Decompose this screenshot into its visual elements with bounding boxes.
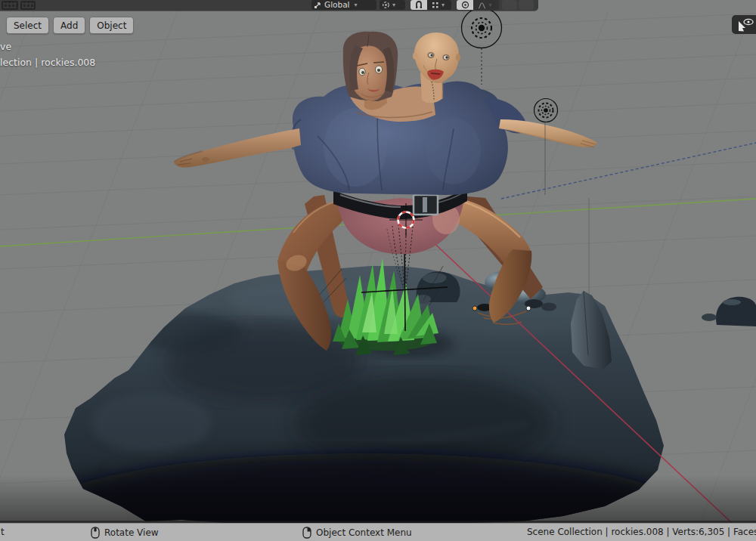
object-origin-dot-white <box>526 306 531 311</box>
snap-increment-icon <box>432 2 439 9</box>
select-visibility-button[interactable] <box>732 15 756 34</box>
snap-target-dropdown[interactable]: ▾ <box>427 0 451 10</box>
right-mouse-icon <box>302 527 311 539</box>
status-hint-context-menu: Object Context Menu <box>302 527 412 539</box>
torso-shirt <box>291 82 526 195</box>
viewport-bottom-shade <box>0 475 756 523</box>
pivot-point-dropdown[interactable]: ▾ <box>380 0 405 10</box>
status-bar: t Rotate View Object Context Menu Scene … <box>0 523 756 541</box>
proportional-edit-control[interactable]: ▾ <box>457 0 499 10</box>
chevron-down-icon: ▾ <box>486 2 494 8</box>
head-left-woman <box>343 32 398 101</box>
scene-stats: Scene Collection | rockies.008 | Verts:6… <box>527 527 756 537</box>
snap-control[interactable]: ▾ <box>411 0 451 10</box>
object-origin-dot-orange <box>472 306 477 311</box>
viewport-header: Global ▾ ▾ ▾ <box>0 0 538 11</box>
transform-orientation-dropdown[interactable]: Global ▾ <box>311 0 376 10</box>
add-menu-button[interactable]: Add <box>53 17 85 34</box>
middle-mouse-icon <box>91 527 100 539</box>
transform-orientation-label: Global <box>322 0 352 10</box>
pivot-point-icon <box>380 1 390 9</box>
snap-magnet-icon <box>415 1 423 9</box>
mode-icon[interactable] <box>20 1 36 10</box>
snap-toggle[interactable] <box>411 0 427 10</box>
chevron-down-icon: ▾ <box>352 2 360 8</box>
dimmed-header-buttons[interactable] <box>502 0 535 10</box>
blender-window: Global ▾ ▾ ▾ <box>0 0 756 541</box>
orientation-axes-icon <box>311 1 322 9</box>
view-perspective-overlay-text: ve <box>0 41 11 52</box>
rotate-view-label: Rotate View <box>104 527 159 538</box>
select-menu-button[interactable]: Select <box>6 17 49 34</box>
editor-type-icon[interactable] <box>2 1 18 10</box>
scene-stats-text: Scene Collection | rockies.008 | Verts:6… <box>527 527 756 537</box>
left-ear <box>413 52 417 60</box>
cursor-eye-icon <box>736 17 756 32</box>
proportional-edit-icon <box>461 1 469 9</box>
active-collection-overlay-text: lection | rockies.008 <box>0 57 95 68</box>
viewport-menu-row: Select Add Object <box>6 17 134 34</box>
status-hint-rotate-view: Rotate View <box>91 527 159 539</box>
object-menu-button[interactable]: Object <box>89 17 134 34</box>
3d-viewport[interactable] <box>0 0 756 523</box>
falloff-curve-icon <box>478 2 486 9</box>
object-context-menu-label: Object Context Menu <box>316 527 412 538</box>
chevron-down-icon: ▾ <box>390 2 398 8</box>
proportional-edit-toggle[interactable] <box>457 0 473 10</box>
chevron-down-icon: ▾ <box>439 2 447 8</box>
left-hand-thumb <box>202 157 209 162</box>
falloff-dropdown[interactable]: ▾ <box>473 0 499 10</box>
right-ear <box>456 54 460 61</box>
status-left-clipped: t <box>1 527 5 537</box>
